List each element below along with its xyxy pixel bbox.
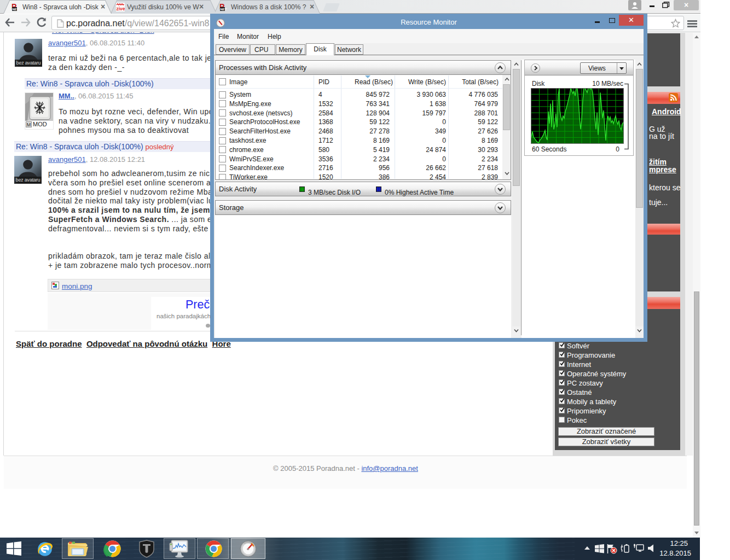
svg-text:NET: NET [221,8,227,11]
svg-text:zive: zive [117,6,125,11]
svg-text:NET: NET [13,8,19,11]
